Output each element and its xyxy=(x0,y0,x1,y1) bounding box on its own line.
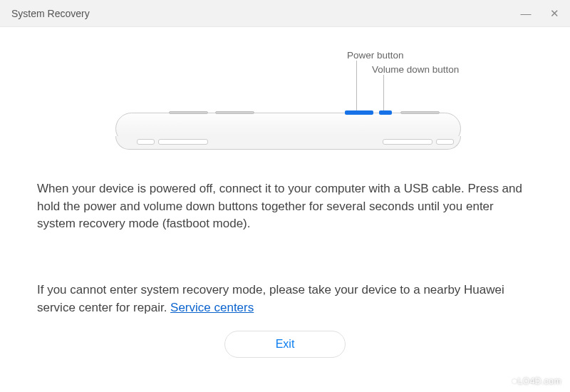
phone-top-button xyxy=(169,111,208,114)
phone-port xyxy=(137,139,155,145)
phone-port xyxy=(436,139,454,145)
close-button[interactable]: ✕ xyxy=(547,8,561,19)
window-title: System Recovery xyxy=(11,8,519,19)
watermark-text: LO4D.com xyxy=(518,376,561,386)
phone-port xyxy=(158,139,208,145)
device-diagram: Power button Volume down button xyxy=(37,41,533,166)
volume-down-highlight xyxy=(379,110,392,115)
power-button-highlight xyxy=(345,110,373,115)
phone-illustration xyxy=(115,109,461,159)
power-button-label: Power button xyxy=(347,48,404,63)
titlebar: System Recovery — ✕ xyxy=(0,0,570,27)
fallback-sentence: If you cannot enter system recovery mode… xyxy=(37,283,504,314)
fallback-text: If you cannot enter system recovery mode… xyxy=(37,282,533,316)
watermark: LO4D.com xyxy=(512,376,561,386)
content-area: Power button Volume down button When you… xyxy=(0,27,570,358)
volume-down-label: Volume down button xyxy=(372,63,459,77)
watermark-icon xyxy=(512,379,517,383)
phone-top-button xyxy=(215,111,254,114)
exit-button[interactable]: Exit xyxy=(224,331,346,358)
service-centers-link[interactable]: Service centers xyxy=(170,301,254,314)
instructions-text: When your device is powered off, connect… xyxy=(37,180,533,233)
window-controls: — ✕ xyxy=(519,8,561,19)
phone-top-button xyxy=(400,111,440,114)
phone-port xyxy=(383,139,432,145)
minimize-button[interactable]: — xyxy=(519,8,533,19)
